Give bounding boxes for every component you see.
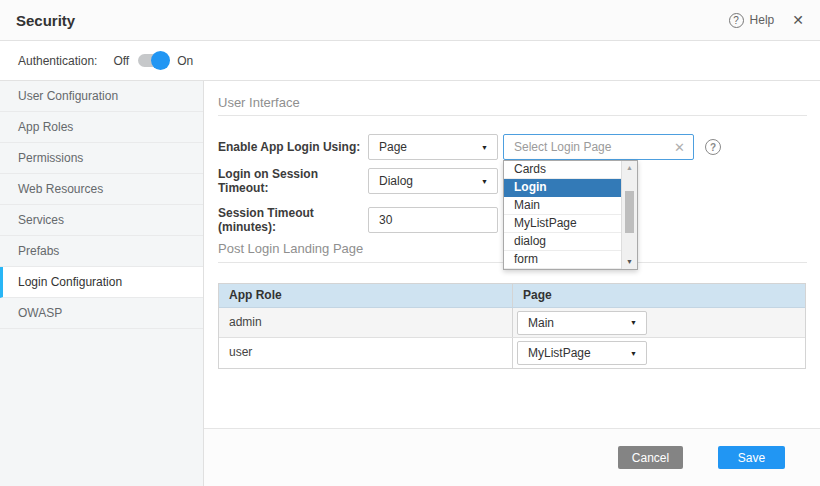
sidebar-item-web-resources[interactable]: Web Resources [0, 174, 203, 205]
chevron-down-icon: ▼ [630, 350, 637, 357]
sidebar-item-app-roles[interactable]: App Roles [0, 112, 203, 143]
toggle-on-label: On [177, 54, 193, 68]
authentication-label: Authentication: [18, 54, 97, 68]
login-page-dropdown: Cards Login Main MyListPage dialog form … [503, 160, 638, 270]
section-title-post-login: Post Login Landing Page [218, 241, 363, 256]
login-type-select[interactable]: Page ▼ [368, 134, 498, 160]
session-timeout-login-select[interactable]: Dialog ▼ [368, 168, 498, 194]
app-role-cell: admin [219, 308, 513, 337]
login-page-search-box: ✕ [503, 134, 694, 160]
dropdown-option-mylistpage[interactable]: MyListPage [504, 215, 621, 233]
scroll-up-icon[interactable]: ▲ [622, 161, 637, 175]
save-button[interactable]: Save [718, 446, 785, 469]
login-page-search-input[interactable] [506, 140, 674, 154]
login-type-value: Page [379, 140, 407, 154]
chevron-down-icon: ▼ [481, 144, 488, 151]
landing-page-table: App Role Page admin Main ▼ user [218, 283, 806, 369]
help-link[interactable]: Help [750, 13, 775, 27]
dropdown-option-dialog[interactable]: dialog [504, 233, 621, 251]
sidebar-item-services[interactable]: Services [0, 205, 203, 236]
session-timeout-login-row: Login on Session Timeout: Dialog ▼ [218, 168, 498, 194]
page-cell: MyListPage ▼ [513, 338, 805, 368]
titlebar-actions: ? Help ✕ [729, 12, 804, 28]
user-page-value: MyListPage [528, 346, 591, 360]
table-header-row: App Role Page [219, 284, 805, 308]
close-icon[interactable]: ✕ [792, 12, 804, 28]
section-title-user-interface: User Interface [218, 95, 300, 110]
toggle-off-label: Off [113, 54, 129, 68]
scroll-down-icon[interactable]: ▼ [622, 255, 637, 269]
admin-page-select[interactable]: Main ▼ [517, 311, 647, 335]
divider [218, 115, 807, 116]
authentication-bar: Authentication: Off On [0, 41, 820, 81]
help-icon[interactable]: ? [729, 13, 744, 28]
enable-app-login-row: Enable App Login Using: Page ▼ ✕ ? [218, 134, 721, 160]
main-content: User Interface Enable App Login Using: P… [204, 81, 820, 486]
session-timeout-input[interactable] [368, 207, 498, 233]
sidebar-item-permissions[interactable]: Permissions [0, 143, 203, 174]
chevron-down-icon: ▼ [630, 319, 637, 326]
user-page-select[interactable]: MyListPage ▼ [517, 341, 647, 365]
chevron-down-icon: ▼ [481, 178, 488, 185]
dropdown-option-form[interactable]: form [504, 251, 621, 269]
sidebar-item-prefabs[interactable]: Prefabs [0, 236, 203, 267]
dropdown-option-main[interactable]: Main [504, 197, 621, 215]
toggle-knob [151, 51, 170, 70]
table-row: user MyListPage ▼ [219, 338, 805, 368]
session-timeout-minutes-label: Session Timeout (minutes): [218, 206, 368, 234]
security-dialog: Security ? Help ✕ Authentication: Off On… [0, 0, 820, 486]
sidebar: User Configuration App Roles Permissions… [0, 81, 204, 486]
dialog-body: User Configuration App Roles Permissions… [0, 81, 820, 486]
dropdown-option-login[interactable]: Login [504, 179, 621, 197]
sidebar-item-owasp[interactable]: OWASP [0, 298, 203, 329]
app-role-cell: user [219, 338, 513, 368]
table-row: admin Main ▼ [219, 308, 805, 338]
session-timeout-login-label: Login on Session Timeout: [218, 167, 368, 195]
scrollbar-thumb[interactable] [625, 191, 634, 233]
table-header-app-role: App Role [219, 284, 513, 307]
sidebar-item-user-configuration[interactable]: User Configuration [0, 81, 203, 112]
admin-page-value: Main [528, 316, 554, 330]
dropdown-scrollbar[interactable]: ▲ ▼ [621, 161, 637, 269]
enable-app-login-label: Enable App Login Using: [218, 140, 368, 154]
authentication-toggle[interactable] [138, 54, 168, 67]
page-cell: Main ▼ [513, 308, 805, 337]
clear-icon[interactable]: ✕ [674, 140, 685, 155]
page-title: Security [16, 12, 75, 29]
session-timeout-minutes-row: Session Timeout (minutes): [218, 207, 498, 233]
session-timeout-login-value: Dialog [379, 174, 413, 188]
sidebar-item-login-configuration[interactable]: Login Configuration [0, 267, 203, 298]
cancel-button[interactable]: Cancel [618, 446, 683, 469]
footer-divider [204, 428, 820, 429]
titlebar: Security ? Help ✕ [0, 0, 820, 41]
dropdown-option-cards[interactable]: Cards [504, 161, 621, 179]
table-header-page: Page [513, 284, 805, 307]
field-help-icon[interactable]: ? [705, 139, 721, 155]
footer-buttons: Cancel Save [618, 446, 785, 469]
